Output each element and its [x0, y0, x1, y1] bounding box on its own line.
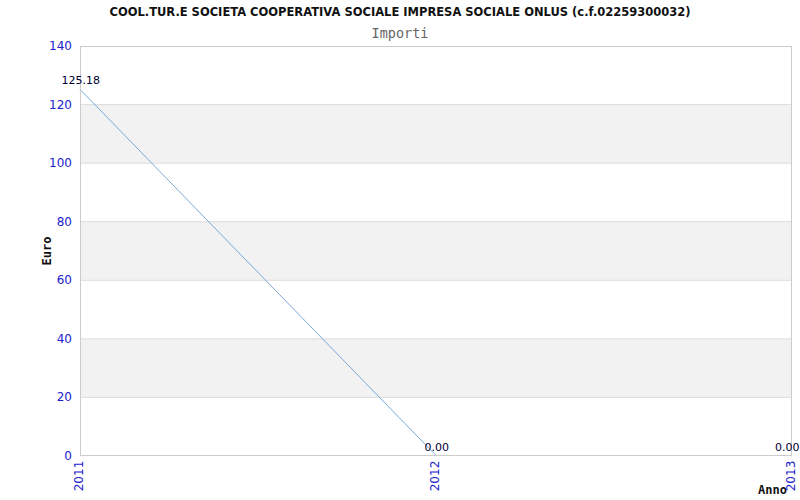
- plot-band: [80, 339, 792, 398]
- chart-title: COOL.TUR.E SOCIETA COOPERATIVA SOCIALE I…: [0, 5, 800, 19]
- x-tick-label: 2011: [72, 461, 86, 492]
- x-tick-label: 2012: [428, 461, 442, 492]
- y-tick-label: 0: [0, 449, 72, 463]
- y-tick-label: 60: [0, 273, 72, 287]
- chart-canvas: COOL.TUR.E SOCIETA COOPERATIVA SOCIALE I…: [0, 0, 800, 500]
- point-value-label: 0.00: [775, 441, 800, 454]
- y-tick-label: 140: [0, 39, 72, 53]
- plot-area: [0, 0, 800, 500]
- y-tick-label: 40: [0, 332, 72, 346]
- plot-band: [80, 105, 792, 164]
- point-value-label: 125.18: [62, 74, 101, 87]
- y-tick-label: 80: [0, 215, 72, 229]
- y-axis-title: Euro: [40, 237, 54, 266]
- y-tick-label: 120: [0, 98, 72, 112]
- x-tick-label: 2013: [784, 461, 798, 492]
- y-tick-label: 20: [0, 390, 72, 404]
- plot-band: [80, 222, 792, 281]
- chart-subtitle: Importi: [0, 25, 800, 41]
- point-value-label: 0.00: [425, 441, 450, 454]
- y-tick-label: 100: [0, 156, 72, 170]
- x-axis-title: Anno: [758, 483, 787, 497]
